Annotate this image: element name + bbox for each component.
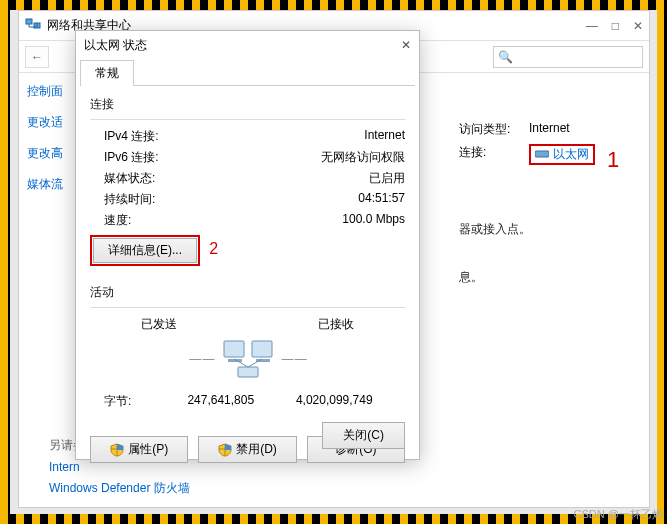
search-input[interactable]: 🔍 [493,46,643,68]
svg-rect-0 [26,19,32,24]
speed-label: 速度: [104,212,204,229]
svg-rect-2 [535,151,549,157]
app-icon [25,16,41,35]
info-text-2: 息。 [459,269,483,286]
dialog-title: 以太网 状态 [84,37,147,54]
speed-value: 100.0 Mbps [342,212,405,229]
sidebar: 控制面 更改适 更改高 媒体流 [19,77,77,213]
sidebar-item[interactable]: 媒体流 [27,176,69,193]
minimize-icon[interactable]: — [586,19,598,33]
properties-button[interactable]: 属性(P) [90,436,188,463]
ipv4-value: Internet [364,128,405,145]
ipv4-label: IPv4 连接: [104,128,204,145]
access-type-value: Internet [529,121,570,138]
svg-rect-4 [252,341,272,357]
connection-label: 连接: [459,144,529,165]
tab-general[interactable]: 常规 [80,60,134,86]
sidebar-item[interactable]: 更改适 [27,114,69,131]
annotation-1: 1 [607,147,619,173]
access-type-label: 访问类型: [459,121,529,138]
sidebar-item[interactable]: 控制面 [27,83,69,100]
annotation-2: 2 [209,240,218,257]
duration-value: 04:51:57 [358,191,405,208]
svg-rect-3 [224,341,244,357]
shield-icon [218,443,232,457]
shield-icon [110,443,124,457]
sidebar-item[interactable]: 更改高 [27,145,69,162]
section-activity-title: 活动 [90,284,405,301]
close-button[interactable]: 关闭(C) [322,422,405,449]
properties-button-label: 属性(P) [128,441,168,458]
media-state-label: 媒体状态: [104,170,204,187]
bytes-received-value: 4,020,099,749 [278,393,392,410]
back-button[interactable]: ← [25,46,49,68]
dialog-close-icon[interactable]: ✕ [401,38,411,52]
activity-monitors-icon: — — — — [90,337,405,381]
info-text-1: 器或接入点。 [459,221,531,238]
search-icon: 🔍 [498,50,513,64]
section-connection-title: 连接 [90,96,405,113]
maximize-icon[interactable]: □ [612,19,619,33]
close-icon[interactable]: ✕ [633,19,643,33]
defender-firewall-link[interactable]: Windows Defender 防火墙 [49,480,190,497]
media-state-value: 已启用 [369,170,405,187]
received-label: 已接收 [281,316,391,333]
ipv6-label: IPv6 连接: [104,149,204,166]
svg-rect-7 [238,367,258,377]
duration-label: 持续时间: [104,191,204,208]
details-button[interactable]: 详细信息(E)... [93,238,197,263]
disable-button-label: 禁用(D) [236,441,277,458]
bytes-sent-value: 247,641,805 [164,393,278,410]
dialog-titlebar: 以太网 状态 ✕ [76,31,419,59]
ethernet-status-dialog: 以太网 状态 ✕ 常规 连接 IPv4 连接:Internet IPv6 连接:… [75,30,420,460]
watermark: CSDN @一杯乙烯 [574,507,663,522]
nic-icon [535,148,549,162]
details-highlight: 详细信息(E)... [90,235,200,266]
connection-link-text: 以太网 [553,146,589,163]
disable-button[interactable]: 禁用(D) [198,436,296,463]
sent-label: 已发送 [104,316,214,333]
connection-link[interactable]: 以太网 [529,144,595,165]
ipv6-value: 无网络访问权限 [321,149,405,166]
bytes-label: 字节: [104,393,164,410]
